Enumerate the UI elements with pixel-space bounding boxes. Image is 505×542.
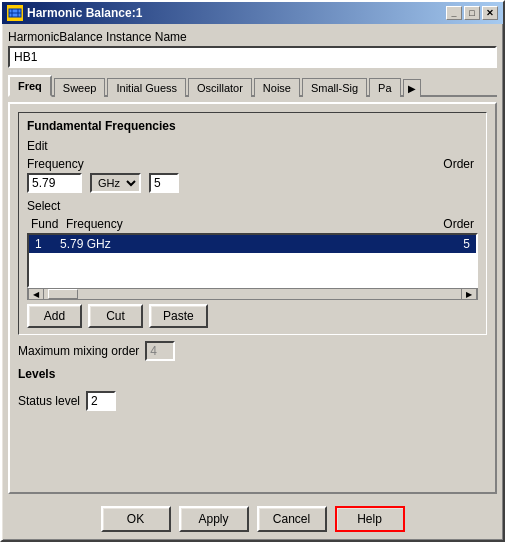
col-fund-header: Fund xyxy=(31,217,66,231)
edit-label: Edit xyxy=(27,139,478,153)
tab-pa[interactable]: Pa xyxy=(369,78,400,97)
help-button[interactable]: Help xyxy=(335,506,405,532)
add-button[interactable]: Add xyxy=(27,304,82,328)
scrollbar-thumb[interactable] xyxy=(48,289,78,299)
list-column-headers: Fund Frequency Order xyxy=(27,217,478,231)
maximize-button[interactable]: □ xyxy=(464,6,480,20)
order-header-label: Order xyxy=(443,157,474,171)
list-action-buttons: Add Cut Paste xyxy=(27,304,478,328)
mixing-order-label: Maximum mixing order xyxy=(18,344,139,358)
levels-section: Levels Status level xyxy=(18,367,487,411)
tabs-bar: Freq Sweep Initial Guess Oscillator Nois… xyxy=(8,73,497,97)
list-col-order: 5 xyxy=(425,237,470,251)
mixing-order-row: Maximum mixing order xyxy=(18,341,487,361)
apply-button[interactable]: Apply xyxy=(179,506,249,532)
tab-noise[interactable]: Noise xyxy=(254,78,300,97)
list-item[interactable]: 1 5.79 GHz 5 xyxy=(29,235,476,253)
frequency-unit-select[interactable]: GHz MHz KHz Hz xyxy=(90,173,141,193)
frequency-list[interactable]: 1 5.79 GHz 5 xyxy=(27,233,478,288)
select-label: Select xyxy=(27,199,478,213)
instance-name-label: HarmonicBalance Instance Name xyxy=(8,30,497,44)
fundamental-frequencies-section: Fundamental Frequencies Edit Frequency O… xyxy=(18,112,487,335)
tab-freq[interactable]: Freq xyxy=(8,75,52,97)
tab-oscillator[interactable]: Oscillator xyxy=(188,78,252,97)
list-col-freq: 5.79 GHz xyxy=(60,237,425,251)
frequency-value-input[interactable] xyxy=(27,173,82,193)
title-bar: Harmonic Balance:1 _ □ ✕ xyxy=(2,2,503,24)
instance-name-section: HarmonicBalance Instance Name xyxy=(8,30,497,68)
horizontal-scrollbar[interactable]: ◀ ▶ xyxy=(27,288,478,300)
main-window: Harmonic Balance:1 _ □ ✕ HarmonicBalance… xyxy=(0,0,505,542)
window-body: HarmonicBalance Instance Name Freq Sweep… xyxy=(2,24,503,500)
close-button[interactable]: ✕ xyxy=(482,6,498,20)
status-level-row: Status level xyxy=(18,391,487,411)
mixing-order-input[interactable] xyxy=(145,341,175,361)
tab-content: Fundamental Frequencies Edit Frequency O… xyxy=(8,102,497,494)
instance-name-input[interactable] xyxy=(8,46,497,68)
ok-button[interactable]: OK xyxy=(101,506,171,532)
col-frequency-header: Frequency xyxy=(66,217,429,231)
tab-more-button[interactable]: ▶ xyxy=(403,79,421,97)
cancel-button[interactable]: Cancel xyxy=(257,506,327,532)
section-title: Fundamental Frequencies xyxy=(27,119,478,133)
tab-initial-guess[interactable]: Initial Guess xyxy=(107,78,186,97)
levels-title: Levels xyxy=(18,367,487,381)
scroll-right-button[interactable]: ▶ xyxy=(461,288,477,300)
cut-button[interactable]: Cut xyxy=(88,304,143,328)
minimize-button[interactable]: _ xyxy=(446,6,462,20)
window-title: Harmonic Balance:1 xyxy=(27,6,142,20)
tab-sweep[interactable]: Sweep xyxy=(54,78,106,97)
list-col-fund: 1 xyxy=(35,237,60,251)
window-icon xyxy=(7,5,23,21)
status-level-label: Status level xyxy=(18,394,80,408)
frequency-edit-row: GHz MHz KHz Hz xyxy=(27,173,478,193)
scroll-left-button[interactable]: ◀ xyxy=(28,288,44,300)
frequency-label: Frequency xyxy=(27,157,87,171)
status-level-input[interactable] xyxy=(86,391,116,411)
footer-buttons: OK Apply Cancel Help xyxy=(2,500,503,540)
order-value-input[interactable] xyxy=(149,173,179,193)
tab-small-sig[interactable]: Small-Sig xyxy=(302,78,367,97)
col-order-header: Order xyxy=(429,217,474,231)
paste-button[interactable]: Paste xyxy=(149,304,208,328)
